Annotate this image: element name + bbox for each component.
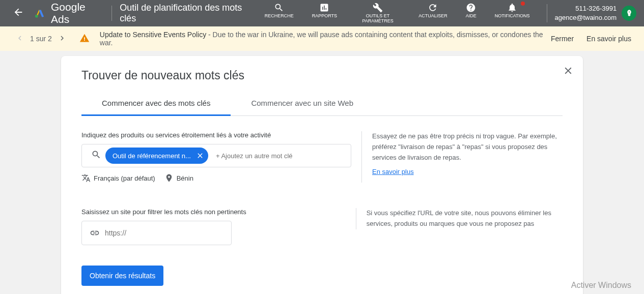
tabs: Commencer avec des mots clés Commencer a…	[81, 92, 563, 116]
pager-prev[interactable]	[13, 34, 27, 44]
url-help-text: Si vous spécifiez l'URL de votre site, n…	[356, 208, 563, 229]
nav-notifications[interactable]: NOTIFICATIONS	[486, 0, 539, 27]
chevron-right-icon	[58, 34, 67, 43]
url-field[interactable]	[105, 229, 223, 237]
account-email: agence@twaino.com	[555, 13, 617, 22]
nav-help[interactable]: AIDE	[457, 0, 486, 27]
notification-bar: 1 sur 2 Update to Sensitive Events Polic…	[0, 26, 644, 51]
bell-icon	[507, 3, 517, 13]
help-learn-more-link[interactable]: En savoir plus	[372, 167, 414, 178]
notification-message: Update to Sensitive Events Policy - Due …	[100, 31, 551, 47]
language-label: Français (par défaut)	[94, 174, 155, 182]
chevron-left-icon	[15, 34, 24, 43]
nav-refresh[interactable]: ACTUALISER	[409, 0, 457, 27]
nav-tools[interactable]: OUTILS ET PARAMÈTRES	[346, 0, 409, 27]
card-title: Trouver de nouveaux mots clés	[81, 69, 563, 82]
google-ads-logo-icon	[34, 7, 46, 19]
app-header: Google Ads Outil de planification des mo…	[0, 0, 644, 26]
language-selector[interactable]: Français (par défaut)	[81, 173, 155, 183]
header-divider	[111, 6, 112, 21]
site-field-label: Saisissez un site pour filtrer les mots …	[81, 208, 246, 216]
pager-next[interactable]	[55, 34, 69, 44]
get-results-button[interactable]: Obtenir des résultats	[81, 266, 163, 286]
brand-name: Google Ads	[51, 1, 104, 25]
account-phone: 511-326-3991	[555, 4, 617, 13]
tab-keywords[interactable]: Commencer avec des mots clés	[81, 92, 231, 116]
card-close-button[interactable]	[563, 65, 574, 78]
translate-icon	[81, 173, 91, 183]
location-selector[interactable]: Bénin	[164, 173, 193, 183]
notification-close-link[interactable]: Fermer	[551, 35, 574, 43]
account-info[interactable]: 511-326-3991 agence@twaino.com	[547, 4, 617, 22]
keyword-chip[interactable]: Outil de référencement n...	[105, 148, 208, 164]
add-keyword-input[interactable]	[216, 152, 346, 160]
reports-icon	[319, 3, 329, 13]
page-title: Outil de planification des mots clés	[120, 3, 256, 24]
warning-icon	[79, 33, 90, 45]
header-nav: RECHERCHE RAPPORTS OUTILS ET PARAMÈTRES …	[256, 0, 539, 27]
back-button[interactable]	[8, 7, 29, 20]
keyword-input[interactable]: Outil de référencement n...	[81, 144, 351, 167]
location-icon	[164, 173, 174, 183]
keyword-planner-card: Trouver de nouveaux mots clés Commencer …	[61, 56, 583, 294]
svg-point-0	[35, 15, 38, 18]
avatar[interactable]	[622, 6, 636, 21]
products-field-label: Indiquez des produits ou services étroit…	[81, 131, 356, 139]
chip-remove-button[interactable]	[196, 152, 204, 160]
avatar-icon	[625, 9, 634, 18]
nav-search[interactable]: RECHERCHE	[256, 0, 303, 27]
windows-activation-overlay: Activer Windows	[571, 281, 631, 290]
search-icon	[91, 150, 101, 162]
search-icon	[274, 3, 284, 13]
help-icon	[466, 3, 476, 13]
url-input[interactable]	[81, 221, 232, 245]
close-icon	[196, 152, 204, 160]
pager-text: 1 sur 2	[30, 35, 52, 43]
notification-badge	[521, 2, 525, 6]
tab-website[interactable]: Commencer avec un site Web	[231, 92, 374, 115]
notification-learn-more-link[interactable]: En savoir plus	[586, 35, 631, 43]
notification-pager: 1 sur 2	[13, 34, 69, 44]
location-label: Bénin	[177, 174, 193, 182]
close-icon	[563, 65, 574, 76]
keyword-help-text: Essayez de ne pas être trop précis ni tr…	[361, 131, 563, 183]
refresh-icon	[428, 3, 438, 13]
link-icon	[90, 228, 100, 238]
tools-icon	[373, 3, 383, 13]
logo[interactable]: Google Ads	[34, 1, 104, 25]
nav-reports[interactable]: RAPPORTS	[303, 0, 346, 27]
chip-label: Outil de référencement n...	[113, 152, 191, 160]
